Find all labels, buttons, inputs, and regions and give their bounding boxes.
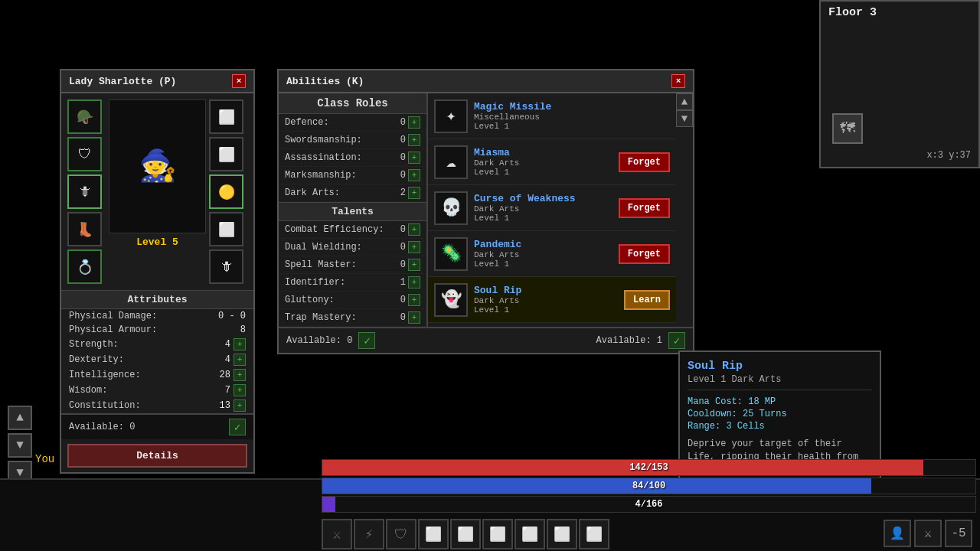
trap-mastery-plus-button[interactable]: + xyxy=(408,311,420,324)
gloves-slot[interactable]: ⬜ xyxy=(209,137,243,171)
equipment-grid: 🪖 🛡 🗡 👢 💍 🧙 Level 5 ⬜ ⬜ 🟡 ⬜ 🗡 xyxy=(61,93,253,290)
you-label: You xyxy=(35,453,54,465)
pandemic-info: Pandemic Dark Arts Level 1 xyxy=(474,239,612,269)
magic-missile-icon: ✦ xyxy=(434,99,468,133)
tooltip-title: Soul Rip xyxy=(688,360,872,373)
ability-magic-missile: ✦ Magic Missile Miscellaneous Level 1 xyxy=(428,93,676,139)
hotbar-slot-5[interactable]: ⬜ xyxy=(450,519,481,549)
dark-arts-row: Dark Arts: 2 + xyxy=(279,184,426,202)
attributes-header: Attributes xyxy=(61,290,253,309)
offhand-slot[interactable]: 🟡 xyxy=(209,174,243,209)
ring-slot[interactable]: 💍 xyxy=(67,249,102,284)
intelligence-plus-button[interactable]: + xyxy=(234,369,246,381)
pandemic-forget-button[interactable]: Forget xyxy=(619,244,670,264)
abilities-available-left: Available: 0 ✓ xyxy=(279,328,383,353)
helm-slot[interactable]: 🪖 xyxy=(67,99,102,134)
wisdom-row: Wisdom: 7 + xyxy=(61,383,253,398)
abilities-confirm-right-button[interactable]: ✓ xyxy=(668,332,685,349)
char-available-label: Available: 0 xyxy=(69,422,135,432)
mana-bar-label: 84/100 xyxy=(632,481,665,491)
hotbar-slot-4[interactable]: ⬜ xyxy=(418,519,449,549)
miasma-forget-button[interactable]: Forget xyxy=(619,152,670,172)
swordsmanship-row: Swordsmanship: 0 + xyxy=(279,132,426,149)
nav-down-arrow-1[interactable]: ▼ xyxy=(8,433,32,458)
hud-minus-icon[interactable]: -5 xyxy=(945,520,972,547)
class-roles-pane: Class Roles Defence: 0 + Swordsmanship: … xyxy=(279,93,428,327)
hotbar-slot-2[interactable]: ⚡ xyxy=(354,519,384,549)
marksmanship-plus-button[interactable]: + xyxy=(408,169,420,181)
wisdom-plus-button[interactable]: + xyxy=(234,384,246,396)
weapon-slot[interactable]: 🗡 xyxy=(67,174,102,209)
hotbar-slot-8[interactable]: ⬜ xyxy=(547,519,577,549)
pandemic-icon: 🦠 xyxy=(434,237,468,271)
hud-icons: 👤 ⚔ -5 xyxy=(884,520,972,547)
char-confirm-button[interactable]: ✓ xyxy=(229,419,246,435)
physical-armour-row: Physical Armour: 8 xyxy=(61,323,253,337)
strength-plus-button[interactable]: + xyxy=(234,338,246,350)
hud-portrait-icon[interactable]: 👤 xyxy=(884,520,911,547)
dagger-slot[interactable]: 🗡 xyxy=(209,249,243,284)
abilities-scroll-up-button[interactable]: ▲ xyxy=(676,93,693,110)
identifier-plus-button[interactable]: + xyxy=(408,276,420,289)
health-bar-label: 142/153 xyxy=(629,462,668,473)
abilities-right-pane: ✦ Magic Missile Miscellaneous Level 1 ☁ … xyxy=(428,93,693,327)
health-bar-fill xyxy=(322,460,923,475)
soul-rip-icon: 👻 xyxy=(434,283,468,317)
class-roles-header: Class Roles xyxy=(279,93,426,114)
strength-row: Strength: 4 + xyxy=(61,337,253,352)
tooltip-mana-cost: Mana Cost: 18 MP xyxy=(688,396,872,407)
gluttony-plus-button[interactable]: + xyxy=(408,294,420,306)
char-available-bar: Available: 0 ✓ xyxy=(61,413,253,439)
mana-bar-fill xyxy=(322,478,871,494)
hotbar-slot-1[interactable]: ⚔ xyxy=(322,519,352,549)
tooltip-subtitle: Level 1 Dark Arts xyxy=(688,374,872,390)
soul-rip-learn-button[interactable]: Learn xyxy=(624,290,670,310)
nav-up-button[interactable]: ▲ xyxy=(8,406,32,430)
curse-forget-button[interactable]: Forget xyxy=(619,198,670,218)
pants-slot[interactable]: ⬜ xyxy=(209,212,243,246)
constitution-plus-button[interactable]: + xyxy=(234,399,246,412)
char-close-button[interactable]: × xyxy=(232,74,246,88)
hotbar-slot-7[interactable]: ⬜ xyxy=(514,519,545,549)
assassination-plus-button[interactable]: + xyxy=(408,152,420,164)
hotbar-slot-6[interactable]: ⬜ xyxy=(482,519,513,549)
intelligence-row: Intelligence: 28 + xyxy=(61,367,253,383)
talents-header: Talents xyxy=(279,202,426,221)
defence-plus-button[interactable]: + xyxy=(408,116,420,129)
abilities-close-button[interactable]: × xyxy=(671,74,685,88)
trap-mastery-row: Trap Mastery: 0 + xyxy=(279,309,426,327)
abilities-scroll-down-button[interactable]: ▼ xyxy=(676,110,693,127)
spell-master-row: Spell Master: 0 + xyxy=(279,256,426,274)
swordsmanship-plus-button[interactable]: + xyxy=(408,134,420,146)
floor-coords: x:3 y:37 xyxy=(926,150,971,161)
dual-wielding-plus-button[interactable]: + xyxy=(408,241,420,253)
hotbar: ⚔ ⚡ 🛡 ⬜ ⬜ ⬜ ⬜ ⬜ ⬜ xyxy=(322,519,609,549)
magic-missile-info: Magic Missile Miscellaneous Level 1 xyxy=(474,101,670,131)
floor-map-icon: 🗺 xyxy=(832,113,863,144)
curse-icon: 💀 xyxy=(434,191,468,225)
ability-pandemic: 🦠 Pandemic Dark Arts Level 1 Forget xyxy=(428,231,676,277)
abilities-list: ✦ Magic Missile Miscellaneous Level 1 ☁ … xyxy=(428,93,676,323)
armor-slot[interactable]: 🛡 xyxy=(67,137,102,171)
abilities-panel-header: Abilities (K) × xyxy=(279,70,693,93)
dual-wielding-row: Dual Wielding: 0 + xyxy=(279,239,426,256)
hotbar-slot-3[interactable]: 🛡 xyxy=(386,519,416,549)
ability-miasma: ☁ Miasma Dark Arts Level 1 Forget xyxy=(428,139,676,185)
miasma-info: Miasma Dark Arts Level 1 xyxy=(474,147,612,177)
marksmanship-row: Marksmanship: 0 + xyxy=(279,167,426,184)
floor-title: Floor 3 xyxy=(828,6,877,19)
amulet-slot[interactable]: ⬜ xyxy=(209,99,243,134)
character-panel: Lady Sharlotte (P) × 🪖 🛡 🗡 👢 💍 🧙 Level 5… xyxy=(60,69,255,474)
hud-sword-icon[interactable]: ⚔ xyxy=(914,520,942,547)
hotbar-slot-9[interactable]: ⬜ xyxy=(579,519,609,549)
bottom-hud: 142/153 84/100 4/166 ⚔ ⚡ 🛡 ⬜ ⬜ ⬜ ⬜ ⬜ ⬜ 👤… xyxy=(0,478,980,551)
spell-master-plus-button[interactable]: + xyxy=(408,259,420,271)
abilities-confirm-left-button[interactable]: ✓ xyxy=(358,332,375,349)
dark-arts-plus-button[interactable]: + xyxy=(408,187,420,199)
curse-info: Curse of Weakness Dark Arts Level 1 xyxy=(474,193,612,223)
details-button[interactable]: Details xyxy=(67,444,247,468)
defence-row: Defence: 0 + xyxy=(279,114,426,132)
boots-slot[interactable]: 👢 xyxy=(67,212,102,246)
dexterity-plus-button[interactable]: + xyxy=(234,354,246,366)
combat-eff-plus-button[interactable]: + xyxy=(408,223,420,236)
